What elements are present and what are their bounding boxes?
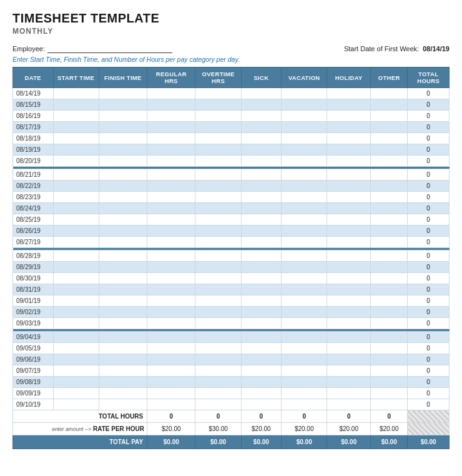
cell-holiday[interactable] <box>327 307 371 318</box>
cell-holiday[interactable] <box>327 192 371 203</box>
cell-finish[interactable] <box>99 354 147 365</box>
cell-other[interactable] <box>371 295 408 307</box>
cell-sick[interactable] <box>241 133 282 144</box>
cell-finish[interactable] <box>99 133 147 144</box>
cell-other[interactable] <box>371 262 408 273</box>
cell-vacation[interactable] <box>282 399 327 410</box>
cell-other[interactable] <box>371 250 408 262</box>
cell-overtime[interactable] <box>195 377 241 388</box>
cell-overtime[interactable] <box>195 99 241 111</box>
cell-sick[interactable] <box>241 365 282 377</box>
cell-holiday[interactable] <box>327 214 371 226</box>
cell-start[interactable] <box>53 203 99 214</box>
cell-sick[interactable] <box>241 399 282 410</box>
cell-overtime[interactable] <box>195 156 241 167</box>
cell-regular[interactable] <box>147 365 195 377</box>
cell-holiday[interactable] <box>327 226 371 237</box>
employee-value[interactable] <box>47 44 172 53</box>
cell-regular[interactable] <box>147 88 195 99</box>
cell-overtime[interactable] <box>195 169 241 181</box>
rate-holiday[interactable]: $20.00 <box>327 423 371 435</box>
cell-regular[interactable] <box>147 295 195 307</box>
cell-vacation[interactable] <box>282 365 327 377</box>
cell-holiday[interactable] <box>327 388 371 399</box>
cell-other[interactable] <box>371 133 408 144</box>
cell-other[interactable] <box>371 399 408 410</box>
cell-start[interactable] <box>53 156 99 167</box>
cell-other[interactable] <box>371 203 408 214</box>
cell-other[interactable] <box>371 226 408 237</box>
cell-finish[interactable] <box>99 214 147 226</box>
cell-overtime[interactable] <box>195 250 241 262</box>
cell-vacation[interactable] <box>282 144 327 156</box>
cell-holiday[interactable] <box>327 262 371 273</box>
cell-sick[interactable] <box>241 181 282 192</box>
cell-regular[interactable] <box>147 122 195 133</box>
cell-finish[interactable] <box>99 377 147 388</box>
cell-holiday[interactable] <box>327 343 371 354</box>
cell-finish[interactable] <box>99 399 147 410</box>
cell-holiday[interactable] <box>327 250 371 262</box>
cell-start[interactable] <box>53 273 99 284</box>
cell-holiday[interactable] <box>327 88 371 99</box>
cell-holiday[interactable] <box>327 273 371 284</box>
cell-start[interactable] <box>53 226 99 237</box>
cell-overtime[interactable] <box>195 365 241 377</box>
cell-overtime[interactable] <box>195 237 241 248</box>
cell-other[interactable] <box>371 181 408 192</box>
cell-sick[interactable] <box>241 273 282 284</box>
cell-regular[interactable] <box>147 284 195 295</box>
rate-sick[interactable]: $20.00 <box>241 423 282 435</box>
cell-holiday[interactable] <box>327 365 371 377</box>
cell-finish[interactable] <box>99 388 147 399</box>
cell-overtime[interactable] <box>195 203 241 214</box>
cell-finish[interactable] <box>99 284 147 295</box>
cell-start[interactable] <box>53 318 99 329</box>
cell-vacation[interactable] <box>282 169 327 181</box>
cell-holiday[interactable] <box>327 332 371 343</box>
cell-sick[interactable] <box>241 262 282 273</box>
cell-regular[interactable] <box>147 399 195 410</box>
cell-sick[interactable] <box>241 169 282 181</box>
cell-other[interactable] <box>371 388 408 399</box>
cell-sick[interactable] <box>241 332 282 343</box>
cell-other[interactable] <box>371 284 408 295</box>
cell-start[interactable] <box>53 262 99 273</box>
cell-finish[interactable] <box>99 332 147 343</box>
cell-vacation[interactable] <box>282 318 327 329</box>
cell-holiday[interactable] <box>327 122 371 133</box>
cell-vacation[interactable] <box>282 354 327 365</box>
cell-holiday[interactable] <box>327 181 371 192</box>
cell-regular[interactable] <box>147 377 195 388</box>
cell-other[interactable] <box>371 332 408 343</box>
cell-start[interactable] <box>53 192 99 203</box>
cell-regular[interactable] <box>147 203 195 214</box>
cell-finish[interactable] <box>99 226 147 237</box>
cell-vacation[interactable] <box>282 226 327 237</box>
cell-finish[interactable] <box>99 262 147 273</box>
cell-sick[interactable] <box>241 284 282 295</box>
cell-vacation[interactable] <box>282 111 327 122</box>
cell-vacation[interactable] <box>282 377 327 388</box>
cell-regular[interactable] <box>147 99 195 111</box>
cell-sick[interactable] <box>241 203 282 214</box>
cell-sick[interactable] <box>241 237 282 248</box>
cell-other[interactable] <box>371 122 408 133</box>
cell-sick[interactable] <box>241 250 282 262</box>
cell-finish[interactable] <box>99 237 147 248</box>
cell-start[interactable] <box>53 343 99 354</box>
cell-holiday[interactable] <box>327 318 371 329</box>
cell-overtime[interactable] <box>195 307 241 318</box>
cell-finish[interactable] <box>99 144 147 156</box>
cell-overtime[interactable] <box>195 122 241 133</box>
cell-start[interactable] <box>53 133 99 144</box>
cell-finish[interactable] <box>99 307 147 318</box>
cell-overtime[interactable] <box>195 144 241 156</box>
cell-finish[interactable] <box>99 295 147 307</box>
cell-overtime[interactable] <box>195 88 241 99</box>
cell-regular[interactable] <box>147 332 195 343</box>
cell-regular[interactable] <box>147 318 195 329</box>
cell-overtime[interactable] <box>195 343 241 354</box>
cell-start[interactable] <box>53 377 99 388</box>
cell-start[interactable] <box>53 399 99 410</box>
